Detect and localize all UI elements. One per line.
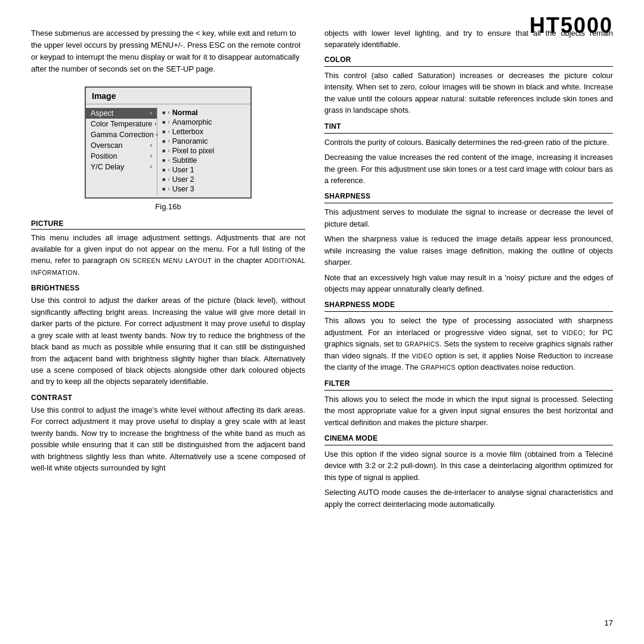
arrow-icon: ‹ (168, 157, 169, 163)
page-number: 17 (605, 618, 613, 627)
bullet-icon: ■ (162, 110, 165, 116)
small-caps-text: ON SCREEN MENU LAYOUT (120, 257, 212, 264)
menu-right-item-user3[interactable]: ■ ‹ User 3 (157, 184, 250, 194)
arrow-icon: ‹ (168, 128, 169, 135)
bullet-icon: ■ (162, 177, 165, 182)
menu-left-arrow: ‹ (150, 142, 152, 148)
section-body-tint-1: Controls the purity of colours. Basicall… (324, 137, 613, 148)
section-body-sharpness-mode: This allows you to select the type of pr… (324, 315, 613, 373)
menu-left-item-gamma[interactable]: Gamma Correction ‹ (86, 129, 157, 140)
section-color: COLOR This control (also called Saturati… (324, 55, 613, 116)
section-body-cinema-mode-2: Selecting AUTO mode causes the de-interl… (324, 487, 613, 510)
small-caps-graphics2: GRAPHICS (420, 364, 456, 371)
menu-left-label: Overscan (91, 141, 123, 150)
menu-right-label: Letterbox (172, 128, 203, 136)
section-header-tint: TINT (324, 122, 613, 131)
left-column: These submenus are accessed by pressing … (31, 27, 305, 516)
section-header-sharpness-mode: SHARPNESS MODE (324, 301, 613, 309)
menu-right-label: Subtitle (172, 156, 197, 165)
menu-left-arrow: ‹ (154, 120, 156, 127)
menu-left-item-color-temp[interactable]: Color Temperature ‹ (86, 119, 157, 129)
menu-left-label: Gamma Correction (91, 131, 154, 139)
section-header-filter: FILTER (324, 379, 613, 388)
divider (324, 203, 613, 203)
bullet-icon: ■ (162, 148, 165, 154)
arrow-icon: ‹ (168, 147, 169, 154)
menu-left-label: Position (91, 152, 117, 160)
bullet-icon: ■ (162, 186, 165, 192)
menu-right-panel: ■ ‹ Normal ■ ‹ Anamorphic ■ ‹ Letter (157, 107, 250, 195)
section-body-sharpness-1: This adjustment serves to modulate the s… (324, 206, 613, 230)
divider (324, 66, 613, 67)
bullet-icon: ■ (162, 167, 165, 173)
divider (324, 311, 613, 312)
section-filter: FILTER This allows you to select the mod… (324, 379, 613, 428)
section-brightness: BRIGHTNESS Use this control to adjust th… (31, 284, 305, 388)
menu-left-panel: Aspect ‹ Color Temperature ‹ Gamma Corre… (86, 107, 157, 195)
small-caps-graphics: GRAPHICS (404, 340, 439, 348)
section-header-contrast: CONTRAST (31, 394, 305, 402)
section-body-brightness: Use this control to adjust the darker ar… (31, 295, 305, 388)
menu-left-item-yc-delay[interactable]: Y/C Delay ‹ (86, 162, 157, 172)
section-sharpness: SHARPNESS This adjustment serves to modu… (324, 192, 613, 295)
menu-left-item-overscan[interactable]: Overscan ‹ (86, 140, 157, 151)
menu-left-arrow: ‹ (150, 153, 152, 159)
menu-box: Image Aspect ‹ Color Temperature ‹ Gamma… (85, 86, 252, 199)
menu-right-label: User 2 (172, 175, 194, 184)
arrow-icon: ‹ (168, 176, 169, 182)
section-sharpness-mode: SHARPNESS MODE This allows you to select… (324, 301, 613, 373)
divider (324, 133, 613, 134)
menu-right-label: Pixel to pixel (172, 147, 214, 155)
menu-left-label: Color Temperature (91, 120, 152, 128)
section-body-sharpness-2: When the sharpness value is reduced the … (324, 233, 613, 268)
bullet-icon: ■ (162, 157, 165, 163)
section-body-contrast: Use this control to adjust the image's w… (31, 404, 305, 474)
bullet-icon: ■ (162, 129, 165, 135)
menu-right-label: Panoramic (172, 137, 208, 145)
menu-title: Image (86, 88, 250, 104)
page: HT5000 These submenus are accessed by pr… (0, 0, 644, 644)
menu-right-item-pixel-to-pixel[interactable]: ■ ‹ Pixel to pixel (157, 146, 250, 156)
section-contrast: CONTRAST Use this control to adjust the … (31, 394, 305, 474)
section-header-cinema-mode: CINEMA MODE (324, 434, 613, 442)
divider (324, 390, 613, 391)
arrow-icon: ‹ (168, 138, 169, 144)
section-header-brightness: BRIGHTNESS (31, 284, 305, 292)
bullet-icon: ■ (162, 138, 165, 144)
menu-left-arrow: ‹ (150, 110, 152, 116)
arrow-icon: ‹ (168, 185, 169, 192)
section-cinema-mode: CINEMA MODE Use this option if the video… (324, 434, 613, 510)
page-title: HT5000 (530, 13, 613, 38)
menu-right-item-panoramic[interactable]: ■ ‹ Panoramic (157, 137, 250, 146)
bullet-icon: ■ (162, 119, 165, 125)
menu-right-label: Anamorphic (172, 118, 212, 126)
fig-caption: Fig.16b (31, 202, 305, 211)
intro-text: These submenus are accessed by pressing … (31, 27, 305, 76)
menu-left-item-aspect[interactable]: Aspect ‹ (86, 108, 157, 119)
section-header-color: COLOR (324, 55, 613, 64)
menu-left-item-position[interactable]: Position ‹ (86, 151, 157, 162)
menu-right-item-user1[interactable]: ■ ‹ User 1 (157, 165, 250, 175)
menu-right-item-anamorphic[interactable]: ■ ‹ Anamorphic (157, 117, 250, 127)
divider (324, 445, 613, 445)
arrow-icon: ‹ (168, 166, 169, 173)
menu-right-item-user2[interactable]: ■ ‹ User 2 (157, 175, 250, 184)
section-body-color: This control (also called Saturation) in… (324, 70, 613, 116)
section-body-sharpness-3: Note that an excessively high value may … (324, 272, 613, 295)
menu-right-item-letterbox[interactable]: ■ ‹ Letterbox (157, 127, 250, 137)
menu-left-arrow: ‹ (150, 163, 152, 170)
menu-right-label: User 1 (172, 166, 194, 174)
right-column: objects with lower level lighting, and t… (324, 27, 613, 516)
small-caps-video2: VIDEO (412, 352, 433, 360)
menu-right-item-subtitle[interactable]: ■ ‹ Subtitle (157, 156, 250, 165)
section-body-filter: This allows you to select the mode in wh… (324, 394, 613, 428)
section-body-tint-2: Decreasing the value increases the red c… (324, 151, 613, 186)
menu-right-item-normal[interactable]: ■ ‹ Normal (157, 108, 250, 117)
selected-arrow-icon: ‹ (168, 109, 169, 116)
section-body-picture: This menu includes all image adjustment … (31, 232, 305, 278)
section-tint: TINT Controls the purity of colours. Bas… (324, 122, 613, 187)
section-body-cinema-mode-1: Use this option if the video signal sour… (324, 448, 613, 483)
menu-left-label: Y/C Delay (91, 163, 124, 171)
section-header-picture: PICTURE (31, 219, 305, 230)
section-picture: PICTURE This menu includes all image adj… (31, 219, 305, 278)
